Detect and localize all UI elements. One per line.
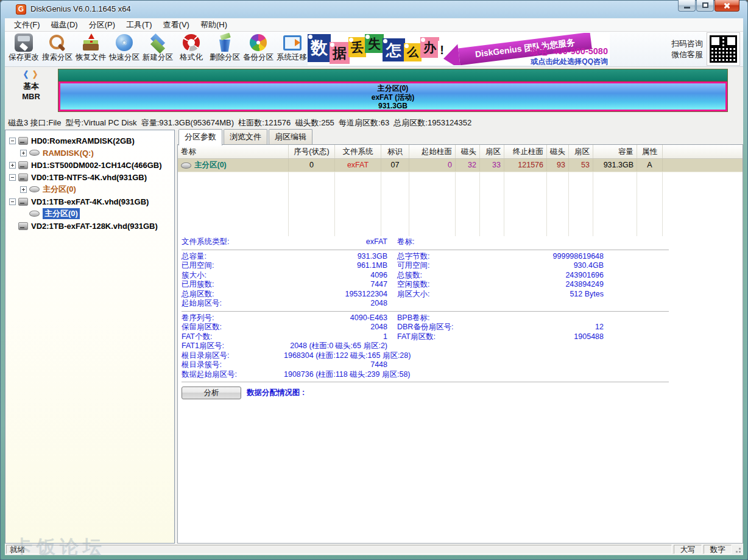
- disk-icon: [18, 198, 28, 206]
- toolbar-button-8[interactable]: 系统迁移: [275, 33, 308, 63]
- detail-value: 243894249: [479, 280, 604, 290]
- minimize-button[interactable]: [678, 0, 696, 12]
- tree-item-2[interactable]: HD1:ST500DM002-1CH14C(466GB): [5, 159, 174, 171]
- detail-label: 保留扇区数:: [182, 323, 284, 332]
- window-controls: [677, 0, 739, 12]
- data-map-caption: 数据分配情况图 :: [247, 388, 305, 398]
- detail-value: 4096: [284, 271, 387, 281]
- column-header-ehead[interactable]: 磁头: [547, 145, 569, 158]
- partition-name: 主分区(0): [60, 84, 725, 93]
- column-header-attr[interactable]: 属性: [637, 145, 663, 158]
- window-title: DiskGenius V6.0.1.1645 x64: [30, 4, 131, 13]
- partition-icon: [29, 211, 40, 217]
- collapse-minus-icon[interactable]: [9, 174, 16, 181]
- grid-column: [456, 172, 480, 236]
- tree-item-label: VD1:1TB-exFAT-4K.vhd(931GB): [31, 197, 149, 206]
- tree-item-6[interactable]: 主分区(0): [5, 208, 174, 220]
- close-button[interactable]: [714, 0, 739, 12]
- menu-item-4[interactable]: 查看(V): [158, 18, 195, 32]
- detail-value: 2048: [284, 323, 387, 332]
- disk-icon: [18, 173, 28, 181]
- toolbar: 保存更改搜索分区恢复文件快速分区新建分区格式化删除分区备份分区系统迁移 数据丢失…: [5, 32, 743, 67]
- banner-tile-2: 丢: [348, 37, 366, 57]
- disk-strip[interactable]: [58, 69, 727, 82]
- next-disk-arrow-icon[interactable]: 》: [33, 69, 43, 80]
- menu-item-5[interactable]: 帮助(H): [195, 18, 233, 32]
- detail-label: [387, 370, 479, 380]
- fat-row-4: 根目录扇区号:1968304 (柱面:122 磁头:165 扇区:28): [182, 351, 669, 361]
- tree-item-label: RAMDISK(Q:): [43, 149, 94, 158]
- toolbar-button-7[interactable]: 备份分区: [242, 33, 275, 63]
- column-header-esec[interactable]: 扇区: [569, 145, 593, 158]
- tab-0[interactable]: 分区参数: [178, 129, 222, 145]
- tab-strip: 分区参数浏览文件扇区编辑: [177, 130, 743, 145]
- banner-tile-6: 办: [420, 37, 439, 58]
- column-header-fs[interactable]: 文件系统: [335, 145, 381, 158]
- tree-item-4[interactable]: 主分区(0): [5, 183, 174, 195]
- column-header-scyl[interactable]: 起始柱面: [409, 145, 456, 158]
- toolbar-button-3[interactable]: 快速分区: [108, 33, 141, 63]
- toolbar-button-1[interactable]: 搜索分区: [41, 33, 74, 63]
- prev-disk-arrow-icon[interactable]: 《: [19, 69, 29, 80]
- tree-item-3[interactable]: VD0:1TB-NTFS-4K.vhd(931GB): [5, 171, 174, 183]
- detail-label: 起始扇区号:: [182, 299, 284, 309]
- restore-button[interactable]: [696, 0, 714, 12]
- menu-bar: 文件(F)磁盘(D)分区(P)工具(T)查看(V)帮助(H): [5, 18, 743, 32]
- menu-item-0[interactable]: 文件(F): [9, 18, 46, 32]
- detail-value: 961.1MB: [284, 261, 387, 271]
- tree-item-7[interactable]: VD2:1TB-exFAT-128K.vhd(931GB): [5, 220, 174, 232]
- ad-banner[interactable]: 数据丢失怎么办! DiskGenius 团队为您服务 致电: 400-900-5…: [308, 33, 610, 65]
- table-grid-lines: [178, 172, 743, 236]
- capacity-row-0: 总容量:931.3GB总字节数:999998619648: [182, 252, 669, 262]
- cell-ecyl: 121576: [504, 159, 547, 172]
- toolbar-button-label: 系统迁移: [275, 52, 308, 63]
- toolbar-button-0[interactable]: 保存更改: [7, 33, 40, 63]
- system-migrate-icon: [283, 33, 301, 52]
- banner-tile-1: 据: [330, 42, 350, 64]
- partition-block[interactable]: 主分区(0) exFAT (活动) 931.3GB: [58, 82, 727, 111]
- cell-cap: 931.3GB: [593, 159, 637, 172]
- column-header-seq[interactable]: 序号(状态): [289, 145, 335, 158]
- expand-plus-icon[interactable]: [9, 162, 16, 169]
- table-row[interactable]: 主分区(0)0exFAT07032331215769353931.3GBA: [178, 159, 743, 172]
- collapse-minus-icon[interactable]: [9, 198, 16, 205]
- tree-item-0[interactable]: HD0:RomexRAMDISK(2GB): [5, 135, 174, 147]
- toolbar-button-4[interactable]: 新建分区: [141, 33, 174, 63]
- menu-item-1[interactable]: 磁盘(D): [46, 18, 83, 32]
- toolbar-button-5[interactable]: 格式化: [175, 33, 208, 63]
- grid-column: [178, 172, 289, 236]
- toolbar-button-2[interactable]: 恢复文件: [74, 33, 107, 63]
- detail-value: 1968304 (柱面:122 磁头:165 扇区:28): [284, 351, 387, 361]
- cell-fs: exFAT: [335, 159, 381, 172]
- tab-2[interactable]: 扇区编辑: [269, 129, 312, 145]
- save-changes-icon: [15, 33, 33, 52]
- cell-shead: 32: [456, 159, 480, 172]
- banner-qq-link[interactable]: 或点击此处选择QQ咨询: [531, 57, 608, 65]
- column-header-vol[interactable]: 卷标: [178, 145, 289, 158]
- expand-plus-icon[interactable]: [20, 150, 27, 156]
- separator: [182, 250, 669, 250]
- column-header-cap[interactable]: 容量: [593, 145, 637, 158]
- tab-1[interactable]: 浏览文件: [224, 129, 267, 145]
- detail-label: 可用空间:: [387, 261, 479, 271]
- toolbar-button-6[interactable]: 删除分区: [208, 33, 241, 63]
- detail-value: 1: [284, 332, 387, 342]
- column-header-ecyl[interactable]: 终止柱面: [504, 145, 547, 158]
- separator: [182, 311, 669, 312]
- menu-item-2[interactable]: 分区(P): [83, 18, 121, 32]
- resize-grip[interactable]: [733, 545, 742, 554]
- collapse-minus-icon[interactable]: [9, 138, 16, 144]
- column-header-shead[interactable]: 磁头: [456, 145, 480, 158]
- details-block-capacity: 总容量:931.3GB总字节数:999998619648已用空间:961.1MB…: [182, 252, 669, 309]
- grid-column: [504, 172, 547, 236]
- title-bar[interactable]: G DiskGenius V6.0.1.1645 x64: [0, 0, 748, 18]
- expand-plus-icon[interactable]: [20, 186, 27, 193]
- menu-item-3[interactable]: 工具(T): [121, 18, 158, 32]
- column-header-ssec[interactable]: 扇区: [480, 145, 504, 158]
- column-header-id[interactable]: 标识: [381, 145, 409, 158]
- tree-item-5[interactable]: VD1:1TB-exFAT-4K.vhd(931GB): [5, 195, 174, 208]
- analyze-button[interactable]: 分析: [182, 387, 241, 399]
- qr-caption-line1: 扫码咨询: [671, 38, 703, 49]
- tree-item-1[interactable]: RAMDISK(Q:): [5, 147, 174, 159]
- qr-caption: 扫码咨询 微信客服: [671, 38, 703, 60]
